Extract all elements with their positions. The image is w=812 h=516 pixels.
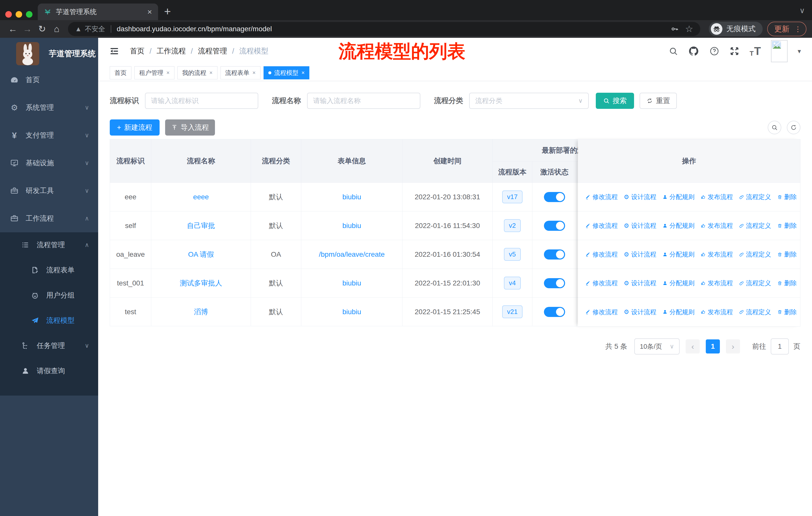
design-process-link[interactable]: ⚙设计流程 xyxy=(624,279,657,287)
address-bar[interactable]: ▲ 不安全 dashboard.yudao.iocoder.cn/bpm/man… xyxy=(68,22,700,36)
zoom-window-button[interactable] xyxy=(26,11,32,18)
security-badge[interactable]: ▲ 不安全 xyxy=(75,24,105,33)
tab-search-chevron-icon[interactable]: ∨ xyxy=(800,6,805,15)
process-name-input[interactable] xyxy=(307,93,420,109)
assign-rule-link[interactable]: 分配规则 xyxy=(663,221,695,230)
design-process-link[interactable]: ⚙设计流程 xyxy=(624,308,657,316)
help-icon[interactable] xyxy=(709,46,719,56)
process-name-link[interactable]: OA 请假 xyxy=(188,250,214,259)
active-toggle[interactable] xyxy=(544,249,565,260)
active-toggle[interactable] xyxy=(544,221,565,231)
github-icon[interactable] xyxy=(688,46,699,57)
tag-close-icon[interactable]: × xyxy=(166,70,170,76)
delete-process-link[interactable]: 删除 xyxy=(777,308,797,316)
tag-process-form[interactable]: 流程表单 × xyxy=(221,66,261,79)
page-1-button[interactable]: 1 xyxy=(706,340,720,353)
process-name-link[interactable]: 测试多审批人 xyxy=(180,278,222,288)
import-process-button[interactable]: 导入流程 xyxy=(165,119,215,136)
active-toggle[interactable] xyxy=(544,192,565,202)
sidebar-item-process-form[interactable]: 流程表单 xyxy=(0,257,98,283)
tag-process-model-active[interactable]: 流程模型 × xyxy=(264,66,310,79)
password-key-icon[interactable] xyxy=(671,25,678,33)
minimize-window-button[interactable] xyxy=(16,11,22,18)
process-key-input[interactable] xyxy=(145,93,258,109)
tag-close-icon[interactable]: × xyxy=(301,70,305,76)
design-process-link[interactable]: ⚙设计流程 xyxy=(624,193,657,201)
back-button[interactable]: ← xyxy=(5,22,20,36)
refresh-table-button[interactable] xyxy=(787,121,801,134)
next-page-button[interactable]: › xyxy=(726,340,740,353)
tag-close-icon[interactable]: × xyxy=(253,70,256,76)
assign-rule-link[interactable]: 分配规则 xyxy=(663,250,695,259)
edit-process-link[interactable]: 修改流程 xyxy=(585,221,618,230)
reload-button[interactable]: ↻ xyxy=(35,22,49,36)
process-name-link[interactable]: eeee xyxy=(193,193,209,201)
publish-process-link[interactable]: 发布流程 xyxy=(701,221,733,230)
edit-process-link[interactable]: 修改流程 xyxy=(585,250,618,259)
assign-rule-link[interactable]: 分配规则 xyxy=(663,193,695,201)
process-name-link[interactable]: 自己审批 xyxy=(187,221,215,230)
tab-close-icon[interactable]: × xyxy=(147,8,152,16)
sidebar-item-task-management[interactable]: 任务管理 ∨ xyxy=(0,333,98,358)
publish-process-link[interactable]: 发布流程 xyxy=(701,279,733,287)
home-button[interactable]: ⌂ xyxy=(49,22,64,36)
process-category-select[interactable]: 流程分类 ∨ xyxy=(469,93,589,109)
edit-process-link[interactable]: 修改流程 xyxy=(585,193,618,201)
assign-rule-link[interactable]: 分配规则 xyxy=(663,279,695,287)
tag-close-icon[interactable]: × xyxy=(209,70,213,76)
sidebar-item-devtools[interactable]: 研发工具 ∨ xyxy=(0,177,98,205)
table-scroll-area[interactable]: 流程标识 流程名称 流程分类 表单信息 创建时间 最新部署的流程定义 流程版本 … xyxy=(110,139,578,326)
form-info-link[interactable]: biubiu xyxy=(342,222,361,230)
search-icon[interactable] xyxy=(669,46,678,56)
tag-home[interactable]: 首页 xyxy=(110,66,132,79)
sidebar-item-leave-query[interactable]: 请假查询 xyxy=(0,358,98,383)
breadcrumb-home[interactable]: 首页 xyxy=(130,46,144,56)
font-size-icon[interactable]: TT xyxy=(750,45,761,57)
delete-process-link[interactable]: 删除 xyxy=(777,250,797,259)
sidebar-item-user-group[interactable]: 用户分组 xyxy=(0,283,98,308)
sidebar-item-infrastructure[interactable]: 基础设施 ∨ xyxy=(0,149,98,177)
form-info-link[interactable]: biubiu xyxy=(342,279,361,287)
process-definition-link[interactable]: 流程定义 xyxy=(739,308,771,316)
bookmark-star-icon[interactable]: ☆ xyxy=(685,24,693,34)
page-size-select[interactable]: 10条/页 ∨ xyxy=(634,338,679,354)
sidebar-item-home[interactable]: 首页 xyxy=(0,66,98,94)
sidebar-item-process-management[interactable]: 流程管理 ∧ xyxy=(0,232,98,257)
publish-process-link[interactable]: 发布流程 xyxy=(701,308,733,316)
publish-process-link[interactable]: 发布流程 xyxy=(701,250,733,259)
edit-process-link[interactable]: 修改流程 xyxy=(585,308,618,316)
design-process-link[interactable]: ⚙设计流程 xyxy=(624,250,657,259)
sidebar-item-process-model[interactable]: 流程模型 xyxy=(0,308,98,333)
update-button[interactable]: 更新 ⋮ xyxy=(767,22,807,36)
reset-button[interactable]: 重置 xyxy=(640,93,677,109)
active-toggle[interactable] xyxy=(544,278,565,288)
goto-page-input[interactable] xyxy=(771,338,789,354)
breadcrumb-workflow[interactable]: 工作流程 xyxy=(156,46,186,56)
process-name-link[interactable]: 滔博 xyxy=(194,307,208,317)
browser-menu-icon[interactable]: ⋮ xyxy=(794,25,802,33)
delete-process-link[interactable]: 删除 xyxy=(777,193,797,201)
sidebar-item-workflow[interactable]: 工作流程 ∧ xyxy=(0,205,98,232)
new-tab-button[interactable]: + xyxy=(164,4,171,18)
edit-process-link[interactable]: 修改流程 xyxy=(585,279,618,287)
sidebar-item-system[interactable]: ⚙ 系统管理 ∨ xyxy=(0,94,98,121)
delete-process-link[interactable]: 删除 xyxy=(777,221,797,230)
process-definition-link[interactable]: 流程定义 xyxy=(739,279,771,287)
form-info-link[interactable]: biubiu xyxy=(342,308,361,316)
active-toggle[interactable] xyxy=(544,307,565,317)
browser-tab[interactable]: 芋道管理系统 × xyxy=(38,3,158,20)
design-process-link[interactable]: ⚙设计流程 xyxy=(624,221,657,230)
process-definition-link[interactable]: 流程定义 xyxy=(739,221,771,230)
breadcrumb-process-management[interactable]: 流程管理 xyxy=(198,46,227,56)
publish-process-link[interactable]: 发布流程 xyxy=(701,193,733,201)
process-definition-link[interactable]: 流程定义 xyxy=(739,250,771,259)
delete-process-link[interactable]: 删除 xyxy=(777,279,797,287)
url-text[interactable]: dashboard.yudao.iocoder.cn/bpm/manager/m… xyxy=(117,25,664,33)
tag-tenant[interactable]: 租户管理 × xyxy=(135,66,174,79)
prev-page-button[interactable]: ‹ xyxy=(686,340,700,353)
sidebar-item-payment[interactable]: ¥ 支付管理 ∨ xyxy=(0,121,98,149)
forward-button[interactable]: → xyxy=(20,22,35,36)
close-window-button[interactable] xyxy=(5,11,12,18)
collapse-sidebar-icon[interactable] xyxy=(109,46,119,56)
fullscreen-icon[interactable] xyxy=(729,46,740,56)
